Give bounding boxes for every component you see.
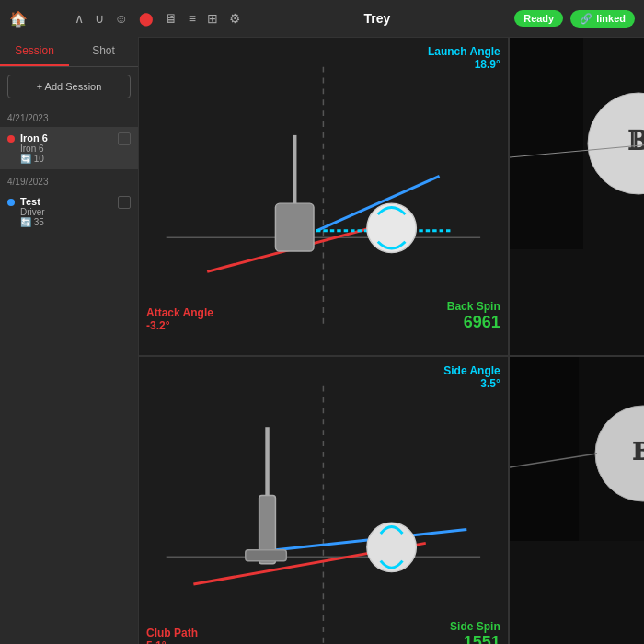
nav-icon-face[interactable]: ☺ xyxy=(115,11,128,26)
back-spin-label: Back Spin 6961 xyxy=(447,300,500,332)
club-path-label: Club Path 5.1° xyxy=(146,627,198,644)
session-date-2: 4/19/2023 xyxy=(0,173,138,190)
session-dot-blue xyxy=(7,199,15,206)
tab-shot[interactable]: Shot xyxy=(69,37,138,66)
top-video-row: Launch Angle 18.9° Attack Angle -3.2° Ba… xyxy=(138,37,644,356)
session-count-test: 🔄 35 xyxy=(20,217,112,227)
side-spin-label: Side Spin 1551 xyxy=(450,620,500,644)
bottom-swing-svg xyxy=(139,357,508,644)
bottom-video-row: Side Angle 3.5° Club Path 5.1° Side Spin… xyxy=(138,356,644,644)
svg-text:𝔹: 𝔹 xyxy=(632,439,644,466)
tab-session[interactable]: Session xyxy=(0,37,69,66)
attack-angle-label: Attack Angle -3.2° xyxy=(146,306,213,332)
sidebar-tabs: Session Shot xyxy=(0,37,138,67)
svg-rect-21 xyxy=(246,550,287,561)
sidebar: Session Shot + Add Session 4/21/2023 Iro… xyxy=(0,37,138,644)
status-ready-badge: Ready xyxy=(514,10,563,27)
session-info-test: Test Driver 🔄 35 xyxy=(20,196,112,227)
session-info-iron6: Iron 6 Iron 6 🔄 10 xyxy=(20,132,112,164)
svg-point-8 xyxy=(367,203,416,252)
link-icon: 🔗 xyxy=(580,13,592,25)
nav-icon-monitor[interactable]: 🖥 xyxy=(165,11,178,26)
svg-rect-12 xyxy=(510,38,583,249)
session-item-iron6[interactable]: Iron 6 Iron 6 🔄 10 xyxy=(0,127,138,169)
top-nav: 🏠 ∧ ∪ ☺ ⬤ 🖥 ≡ ⊞ ⚙ Trey Ready 🔗 linked xyxy=(0,0,644,37)
status-linked-badge: 🔗 linked xyxy=(570,10,635,28)
top-swing-panel: Launch Angle 18.9° Attack Angle -3.2° Ba… xyxy=(138,37,509,356)
bottom-swing-panel: Side Angle 3.5° Club Path 5.1° Side Spin… xyxy=(138,356,509,644)
session-item-test[interactable]: Test Driver 🔄 35 xyxy=(0,190,138,233)
session-date-1: 4/21/2023 xyxy=(0,109,138,127)
svg-rect-6 xyxy=(275,203,314,251)
nav-right: Ready 🔗 linked xyxy=(514,10,635,28)
svg-rect-26 xyxy=(510,357,579,541)
bottom-ball-camera: 𝔹 ⏮ ▶ ⏭ xyxy=(509,356,644,644)
nav-title: Trey xyxy=(240,11,515,26)
main-content: Session Shot + Add Session 4/21/2023 Iro… xyxy=(0,37,644,644)
video-main: Launch Angle 18.9° Attack Angle -3.2° Ba… xyxy=(138,37,644,644)
nav-icon-filter[interactable]: ≡ xyxy=(189,11,196,26)
nav-icon-wave[interactable]: ∧ xyxy=(75,11,84,26)
session-checkbox-iron6[interactable] xyxy=(118,132,131,145)
session-count-iron6: 🔄 10 xyxy=(20,154,112,164)
top-ball-camera: 𝔹 xyxy=(509,37,644,356)
nav-icon-arc[interactable]: ∪ xyxy=(95,11,104,26)
side-angle-label: Side Angle 3.5° xyxy=(443,364,500,390)
svg-point-22 xyxy=(367,523,416,572)
bottom-ball-camera-svg: 𝔹 xyxy=(510,357,644,541)
session-checkbox-test[interactable] xyxy=(118,196,131,209)
nav-icon-red[interactable]: ⬤ xyxy=(139,11,154,26)
add-session-button[interactable]: + Add Session xyxy=(7,75,131,98)
top-ball-camera-svg: 𝔹 xyxy=(510,38,644,249)
svg-text:𝔹: 𝔹 xyxy=(627,127,644,155)
home-icon[interactable]: 🏠 xyxy=(9,10,28,28)
launch-angle-label: Launch Angle 18.9° xyxy=(428,45,500,71)
video-area: Launch Angle 18.9° Attack Angle -3.2° Ba… xyxy=(138,37,644,644)
nav-icon-grid[interactable]: ⊞ xyxy=(207,11,218,26)
session-dot-red xyxy=(7,135,15,143)
